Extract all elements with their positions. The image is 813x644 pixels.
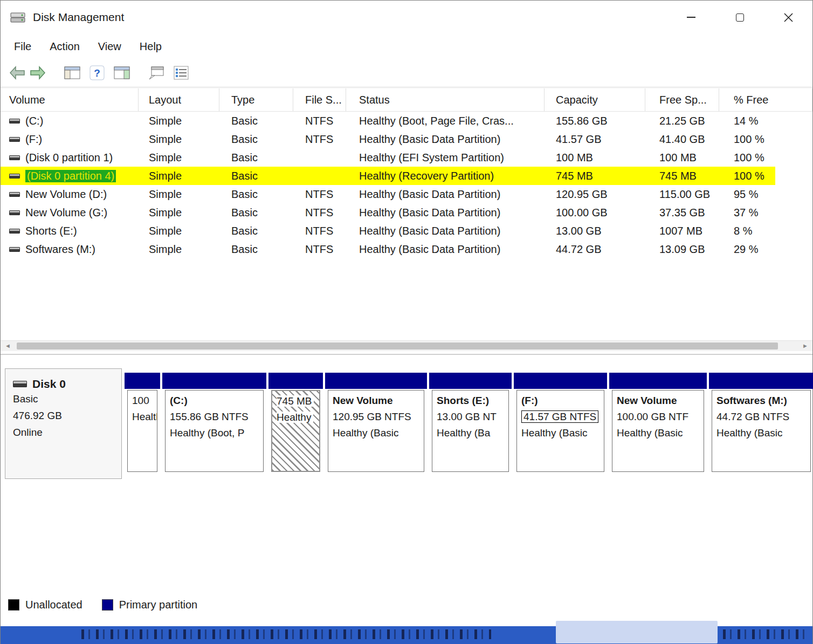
layout-cell: Simple <box>139 170 219 182</box>
partition-color-bar <box>609 373 707 389</box>
filesystem-cell: NTFS <box>293 243 346 256</box>
volume-list: Volume Layout Type File S... Status Capa… <box>1 88 812 340</box>
forward-button[interactable] <box>27 63 48 83</box>
table-row[interactable]: Shorts (E:) Simple Basic NTFS Healthy (B… <box>1 222 812 240</box>
partition-c[interactable]: (C:) 155.86 GB NTFS Healthy (Boot, P <box>162 373 266 478</box>
partition-recovery-selected[interactable]: 745 MB Healthy <box>268 373 323 478</box>
column-header-type[interactable]: Type <box>219 88 293 111</box>
disk-management-window: Disk Management File Action View Help ? <box>0 0 813 644</box>
dialog-popup-button[interactable] <box>146 63 167 83</box>
partition-efi[interactable]: 100 Healthy <box>125 373 160 478</box>
scrollbar-thumb[interactable] <box>17 342 778 350</box>
volume-name: New Volume (D:) <box>25 188 107 201</box>
table-row[interactable]: New Volume (D:) Simple Basic NTFS Health… <box>1 185 812 203</box>
menu-file[interactable]: File <box>5 37 40 56</box>
partition-color-bar <box>709 373 813 389</box>
partition-color-bar <box>125 373 160 389</box>
capacity-cell: 745 MB <box>545 170 645 182</box>
maximize-button[interactable] <box>715 1 764 34</box>
partition-f[interactable]: (F:) 41.57 GB NTFS Healthy (Basic <box>514 373 607 478</box>
partition-status: Healthy (Basic <box>333 425 424 441</box>
horizontal-scrollbar[interactable]: ◄ ► <box>1 340 812 351</box>
status-cell: Healthy (Basic Data Partition) <box>346 188 545 201</box>
layout-cell: Simple <box>139 243 219 256</box>
capacity-cell: 120.95 GB <box>545 188 645 201</box>
table-row[interactable]: (C:) Simple Basic NTFS Healthy (Boot, Pa… <box>1 112 812 130</box>
column-header-status[interactable]: Status <box>346 88 545 111</box>
free-space-cell: 115.00 GB <box>645 188 719 201</box>
close-button[interactable] <box>764 1 812 34</box>
show-hide-console-tree-button[interactable] <box>62 63 82 83</box>
free-space-cell: 1007 MB <box>645 225 719 237</box>
column-header-pctfree[interactable]: % Free <box>719 88 812 111</box>
disk-status: Online <box>13 424 121 441</box>
scroll-right-arrow-icon[interactable]: ► <box>802 342 808 349</box>
menu-help[interactable]: Help <box>130 37 171 56</box>
unallocated-swatch-icon <box>8 599 19 611</box>
legend-unallocated: Unallocated <box>8 599 82 611</box>
partition-body: Shorts (E:) 13.00 GB NT Healthy (Ba <box>432 390 509 472</box>
pane-separator[interactable] <box>1 354 812 355</box>
legend-primary-partition: Primary partition <box>102 599 198 611</box>
table-row[interactable]: (Disk 0 partition 1) Simple Basic Health… <box>1 148 812 167</box>
taskbar-artifact <box>1 620 812 644</box>
primary-partition-swatch-icon <box>102 599 113 611</box>
partition-status: Healthy (Basic <box>617 425 704 441</box>
partition-size: 155.86 GB NTFS <box>170 409 263 425</box>
table-row[interactable]: (F:) Simple Basic NTFS Healthy (Basic Da… <box>1 130 812 148</box>
disk-size: 476.92 GB <box>13 407 121 424</box>
partition-status: Healthy (Ba <box>437 425 508 441</box>
help-button[interactable]: ? <box>87 63 107 83</box>
partition-size: 13.00 GB NT <box>437 409 508 425</box>
column-header-freespace[interactable]: Free Sp... <box>645 88 719 111</box>
disk-graphical-view: Disk 0 Basic 476.92 GB Online 100 Health… <box>1 357 812 594</box>
volume-name: Shorts (E:) <box>25 225 77 237</box>
partition-e[interactable]: Shorts (E:) 13.00 GB NT Healthy (Ba <box>429 373 512 478</box>
partition-label: New Volume <box>617 393 704 409</box>
volume-icon <box>9 247 20 252</box>
properties-list-button[interactable] <box>171 63 191 83</box>
status-cell: Healthy (Recovery Partition) <box>346 170 545 182</box>
partition-m[interactable]: Softwares (M:) 44.72 GB NTFS Healthy (Ba… <box>709 373 813 478</box>
disk0-info-box[interactable]: Disk 0 Basic 476.92 GB Online <box>5 368 122 479</box>
back-button[interactable] <box>7 63 27 83</box>
partition-body: (F:) 41.57 GB NTFS Healthy (Basic <box>516 390 604 472</box>
partition-size: 120.95 GB NTFS <box>333 409 424 425</box>
maximize-icon <box>736 13 744 22</box>
partition-status: Healthy (Boot, P <box>170 425 263 441</box>
type-cell: Basic <box>219 133 293 146</box>
free-space-cell: 13.09 GB <box>645 243 719 256</box>
menu-view[interactable]: View <box>89 37 130 56</box>
table-row[interactable]: New Volume (G:) Simple Basic NTFS Health… <box>1 203 812 222</box>
partition-body: New Volume 100.00 GB NTF Healthy (Basic <box>612 390 704 472</box>
toolbar: ? <box>1 59 812 87</box>
partition-g[interactable]: New Volume 100.00 GB NTF Healthy (Basic <box>609 373 707 478</box>
disk-name: Disk 0 <box>32 378 66 390</box>
free-space-cell: 745 MB <box>645 170 719 182</box>
layout-cell: Simple <box>139 115 219 127</box>
status-cell: Healthy (Basic Data Partition) <box>346 207 545 219</box>
capacity-cell: 44.72 GB <box>545 243 645 256</box>
back-arrow-icon <box>9 65 26 80</box>
scroll-left-arrow-icon[interactable]: ◄ <box>5 342 11 349</box>
table-row[interactable]: Softwares (M:) Simple Basic NTFS Healthy… <box>1 240 812 258</box>
menu-action[interactable]: Action <box>40 37 89 56</box>
free-space-cell: 21.25 GB <box>645 115 719 127</box>
column-header-capacity[interactable]: Capacity <box>545 88 645 111</box>
column-header-filesystem[interactable]: File S... <box>293 88 346 111</box>
column-header-volume[interactable]: Volume <box>1 88 139 111</box>
disk-icon <box>13 381 27 387</box>
table-row-selected-highlighted[interactable]: (Disk 0 partition 4) Simple Basic Health… <box>1 167 812 185</box>
disk-management-app-icon <box>9 9 26 26</box>
capacity-cell: 100.00 GB <box>545 207 645 219</box>
volume-name-selected: (Disk 0 partition 4) <box>25 170 116 182</box>
free-space-cell: 100 MB <box>645 152 719 164</box>
partition-d[interactable]: New Volume 120.95 GB NTFS Healthy (Basic <box>325 373 427 478</box>
forward-arrow-icon <box>29 65 46 80</box>
partition-label: (F:) <box>521 393 604 409</box>
minimize-button[interactable] <box>667 1 715 34</box>
pct-free-cell: 8 % <box>719 225 812 237</box>
volume-name: New Volume (G:) <box>25 207 107 219</box>
column-header-layout[interactable]: Layout <box>139 88 219 111</box>
show-hide-action-pane-button[interactable] <box>112 63 132 83</box>
